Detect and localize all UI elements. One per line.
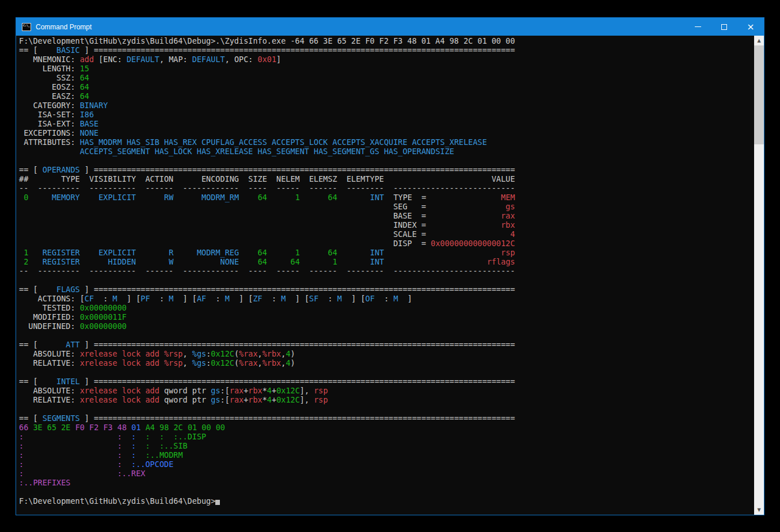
close-icon: × xyxy=(747,22,754,32)
terminal-line: :..PREFIXES xyxy=(19,478,754,487)
terminal-line: ABSOLUTE: xrelease lock add qword ptr gs… xyxy=(19,386,754,395)
terminal-line xyxy=(19,404,754,414)
terminal-line xyxy=(19,487,754,496)
terminal-line: RELATIVE: xrelease lock add qword ptr gs… xyxy=(19,395,754,404)
window-title: Command Prompt xyxy=(36,23,92,31)
terminal-line: EXCEPTIONS: NONE xyxy=(19,128,754,137)
terminal-line: UNDEFINED: 0x00000000 xyxy=(19,322,754,331)
terminal-line: ATTRIBUTES: HAS_MODRM HAS_SIB HAS_REX CP… xyxy=(19,137,754,147)
terminal-line: == [ INTEL ] ===========================… xyxy=(19,377,754,386)
terminal-line: EOSZ: 64 xyxy=(19,82,754,91)
close-button[interactable]: × xyxy=(737,18,764,36)
command-prompt-window: C:\_ Command Prompt × F:\Development\Git… xyxy=(16,17,764,515)
terminal-line: == [ OPERANDS ] ========================… xyxy=(19,165,754,174)
terminal-line xyxy=(19,275,754,285)
terminal-line: INDEX = rbx xyxy=(19,220,754,229)
scroll-up-button[interactable]: ▲ xyxy=(754,36,764,45)
terminal-line: -- --------- ---------- ------ ---------… xyxy=(19,183,754,193)
terminal-line: MODIFIED: 0x0000011F xyxy=(19,312,754,322)
terminal-line: CATEGORY: BINARY xyxy=(19,101,754,110)
terminal-line: SCALE = 4 xyxy=(19,229,754,239)
terminal-screen[interactable]: F:\Development\GitHub\zydis\Build64\Debu… xyxy=(16,36,754,515)
terminal-line: EASZ: 64 xyxy=(19,91,754,101)
scroll-down-icon: ▼ xyxy=(757,507,760,512)
terminal-line: RELATIVE: xrelease lock add %rsp, %gs:0x… xyxy=(19,358,754,368)
terminal-line: == [ FLAGS ] ===========================… xyxy=(19,285,754,294)
terminal-line: DISP = 0x000000000000012C xyxy=(19,239,754,248)
terminal-line: MNEMONIC: add [ENC: DEFAULT, MAP: DEFAUL… xyxy=(19,55,754,64)
terminal-line: ACTIONS: [CF : M ] [PF : M ] [AF : M ] [… xyxy=(19,294,754,303)
minimize-icon xyxy=(695,26,701,27)
terminal-line: : : :..OPCODE xyxy=(19,460,754,469)
terminal-line xyxy=(19,368,754,377)
terminal-line: == [ BASIC ] ===========================… xyxy=(19,45,754,55)
terminal-line: == [ ATT ] =============================… xyxy=(19,340,754,349)
window-body: F:\Development\GitHub\zydis\Build64\Debu… xyxy=(16,36,764,515)
terminal-line: TESTED: 0x00000000 xyxy=(19,303,754,312)
terminal-line: -- --------- ---------- ------ ---------… xyxy=(19,266,754,275)
terminal-line: : :..REX xyxy=(19,469,754,478)
scrollbar-thumb[interactable] xyxy=(754,45,764,144)
terminal-line: 2 REGISTER HIDDEN W NONE 64 64 1 INT rfl… xyxy=(19,257,754,266)
text-cursor xyxy=(215,500,220,505)
terminal-line: ISA-EXT: BASE xyxy=(19,119,754,128)
terminal-line xyxy=(19,331,754,340)
scroll-up-icon: ▲ xyxy=(757,38,760,43)
terminal-line: F:\Development\GitHub\zydis\Build64\Debu… xyxy=(19,496,754,506)
terminal-line: 0 MEMORY EXPLICIT RW MODRM_RM 64 1 64 IN… xyxy=(19,193,754,202)
maximize-button[interactable] xyxy=(711,18,737,36)
minimize-button[interactable] xyxy=(684,18,711,36)
terminal-line: ACCEPTS_SEGMENT HAS_LOCK HAS_XRELEASE HA… xyxy=(19,147,754,156)
terminal-line: ## TYPE VISIBILITY ACTION ENCODING SIZE … xyxy=(19,174,754,183)
terminal-line: SEG = gs xyxy=(19,202,754,211)
window-controls: × xyxy=(684,18,764,36)
terminal-line: : : : :..MODRM xyxy=(19,450,754,460)
title-bar[interactable]: C:\_ Command Prompt × xyxy=(16,18,764,36)
scrollbar-track[interactable] xyxy=(754,45,764,505)
terminal-line: : : : : : :..DISP xyxy=(19,432,754,441)
terminal-line: : : : : :..SIB xyxy=(19,441,754,450)
terminal-line: 66 3E 65 2E F0 F2 F3 48 01 A4 98 2C 01 0… xyxy=(19,423,754,432)
scroll-down-button[interactable]: ▼ xyxy=(754,505,764,515)
terminal-line: SSZ: 64 xyxy=(19,73,754,82)
terminal-line: == [ SEGMENTS ] ========================… xyxy=(19,414,754,423)
cmd-icon: C:\_ xyxy=(22,23,31,31)
terminal-line: 1 REGISTER EXPLICIT R MODRM_REG 64 1 64 … xyxy=(19,248,754,257)
terminal-line: BASE = rax xyxy=(19,211,754,220)
desktop: { "window": { "title": "Command Prompt",… xyxy=(0,0,780,532)
terminal-line: ABSOLUTE: xrelease lock add %rsp, %gs:0x… xyxy=(19,349,754,358)
maximize-icon xyxy=(721,24,727,30)
vertical-scrollbar[interactable]: ▲ ▼ xyxy=(754,36,764,515)
terminal-line: LENGTH: 15 xyxy=(19,64,754,73)
terminal-line xyxy=(19,156,754,165)
terminal-line: F:\Development\GitHub\zydis\Build64\Debu… xyxy=(19,36,754,45)
terminal-line: ISA-SET: I86 xyxy=(19,110,754,119)
